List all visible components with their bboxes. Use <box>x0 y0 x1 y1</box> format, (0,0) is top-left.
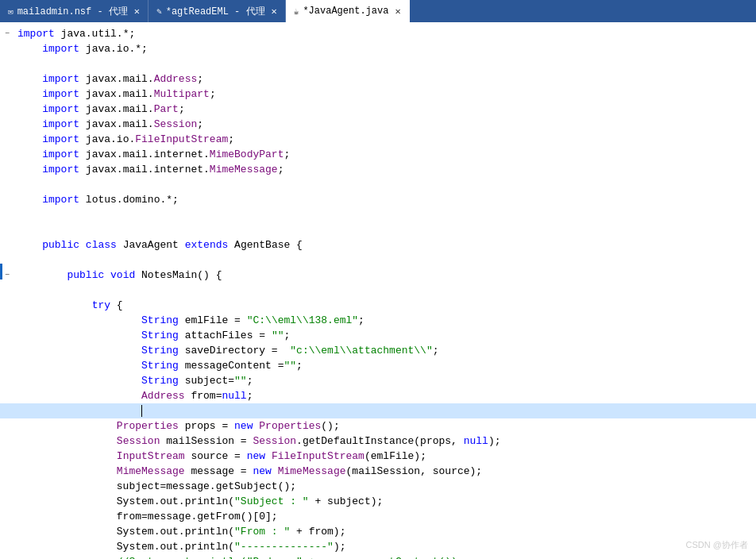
code-line: import java.io.*; <box>0 41 756 56</box>
code-line: InputStream source = new FileInputStream… <box>0 449 756 464</box>
code-text: System.out.println("From : " + from); <box>14 524 756 539</box>
tab-icon-javaagent: ☕ <box>294 6 299 17</box>
code-text: import javax.mail.internet.MimeBodyPart; <box>14 147 756 162</box>
code-text <box>14 222 756 237</box>
code-text: import javax.mail.Part; <box>14 102 756 117</box>
code-line: public class JavaAgent extends AgentBase… <box>0 237 756 253</box>
code-line: String messageContent =""; <box>0 358 756 373</box>
code-line: import javax.mail.Session; <box>0 117 756 132</box>
tab-agteml[interactable]: ✎ *agtReadEML - 代理 ✕ <box>148 0 286 22</box>
code-text <box>14 177 756 192</box>
code-line <box>0 403 756 418</box>
code-editor: −import java.util.*; import java.io.*; i… <box>0 22 756 559</box>
code-text: String attachFiles = ""; <box>14 328 756 343</box>
code-text: String messageContent =""; <box>14 358 756 373</box>
code-line: System.out.println("--------------"); <box>0 539 756 554</box>
code-line: − public void NotesMain() { <box>0 268 756 283</box>
code-text <box>14 56 756 71</box>
code-line: subject=message.getSubject(); <box>0 479 756 494</box>
tab-close-javaagent[interactable]: ✕ <box>395 6 400 17</box>
tab-icon-agteml: ✎ <box>156 6 162 17</box>
code-line: import javax.mail.Multipart; <box>0 87 756 102</box>
code-text: Session mailSession = Session.getDefault… <box>14 434 756 449</box>
code-text: String saveDirectory = "c:\\eml\\attachm… <box>14 343 756 358</box>
tab-label-mailadmin: mailadmin.nsf - 代理 <box>17 5 128 18</box>
code-line: Address from=null; <box>0 388 756 403</box>
tab-mailadmin[interactable]: ✉ mailadmin.nsf - 代理 ✕ <box>0 0 148 22</box>
code-text <box>14 253 756 268</box>
tab-close-agteml[interactable]: ✕ <box>272 6 277 17</box>
code-text: //System.out.println("Body : " + message… <box>14 554 756 559</box>
code-text: InputStream source = new FileInputStream… <box>14 449 756 464</box>
code-line: System.out.println("From : " + from); <box>0 524 756 539</box>
tab-icon-mailadmin: ✉ <box>8 6 14 17</box>
code-text: MimeMessage message = new MimeMessage(ma… <box>14 464 756 479</box>
code-line: System.out.println("Subject : " + subjec… <box>0 494 756 509</box>
code-text: import lotus.domino.*; <box>14 192 756 207</box>
watermark: CSDN @协作者 <box>686 539 748 551</box>
code-text: import java.io.*; <box>14 41 756 56</box>
code-text <box>14 207 756 222</box>
code-line: import javax.mail.Part; <box>0 102 756 117</box>
code-line: try { <box>0 298 756 313</box>
code-text: String subject=""; <box>14 373 756 388</box>
fold-button[interactable]: − <box>5 29 10 38</box>
code-line <box>0 177 756 192</box>
code-line <box>0 283 756 298</box>
code-text: public void NotesMain() { <box>14 268 756 283</box>
code-line <box>0 222 756 237</box>
code-line <box>0 253 756 268</box>
code-line: import lotus.domino.*; <box>0 192 756 207</box>
code-text: try { <box>14 298 756 313</box>
code-line: Session mailSession = Session.getDefault… <box>0 434 756 449</box>
accent-line <box>0 264 2 280</box>
code-line: import javax.mail.internet.MimeBodyPart; <box>0 147 756 162</box>
code-line: Properties props = new Properties(); <box>0 418 756 434</box>
code-text: Properties props = new Properties(); <box>14 418 756 434</box>
code-text: import javax.mail.internet.MimeMessage; <box>14 162 756 177</box>
code-line: MimeMessage message = new MimeMessage(ma… <box>0 464 756 479</box>
code-text: import javax.mail.Address; <box>14 71 756 87</box>
code-line: String attachFiles = ""; <box>0 328 756 343</box>
code-text: import javax.mail.Multipart; <box>14 87 756 102</box>
code-text <box>14 403 756 418</box>
tab-bar: ✉ mailadmin.nsf - 代理 ✕ ✎ *agtReadEML - 代… <box>0 0 756 22</box>
tab-label-javaagent: *JavaAgent.java <box>303 6 388 17</box>
code-text: from=message.getFrom()[0]; <box>14 509 756 524</box>
code-text: Address from=null; <box>14 388 756 403</box>
code-line <box>0 56 756 71</box>
fold-button[interactable]: − <box>5 271 10 280</box>
code-text: import java.util.*; <box>14 26 756 41</box>
code-line: String subject=""; <box>0 373 756 388</box>
code-text: System.out.println("Subject : " + subjec… <box>14 494 756 509</box>
code-text: subject=message.getSubject(); <box>14 479 756 494</box>
code-text <box>14 283 756 298</box>
code-text: System.out.println("--------------"); <box>14 539 756 554</box>
code-text: String emlFile = "C:\\eml\\138.eml"; <box>14 313 756 328</box>
code-line: //System.out.println("Body : " + message… <box>0 554 756 559</box>
code-line: String emlFile = "C:\\eml\\138.eml"; <box>0 313 756 328</box>
tab-label-agteml: *agtReadEML - 代理 <box>166 5 265 18</box>
tab-javaagent[interactable]: ☕ *JavaAgent.java ✕ <box>286 0 410 22</box>
code-text: public class JavaAgent extends AgentBase… <box>14 237 756 253</box>
code-line: import javax.mail.Address; <box>0 71 756 87</box>
code-line: String saveDirectory = "c:\\eml\\attachm… <box>0 343 756 358</box>
tab-close-mailadmin[interactable]: ✕ <box>134 6 140 17</box>
code-line: import javax.mail.internet.MimeMessage; <box>0 162 756 177</box>
code-line: −import java.util.*; <box>0 26 756 41</box>
code-text: import javax.mail.Session; <box>14 117 756 132</box>
code-line <box>0 207 756 222</box>
code-line: from=message.getFrom()[0]; <box>0 509 756 524</box>
line-gutter: − <box>0 29 14 38</box>
code-line: import java.io.FileInputStream; <box>0 132 756 147</box>
code-text: import java.io.FileInputStream; <box>14 132 756 147</box>
